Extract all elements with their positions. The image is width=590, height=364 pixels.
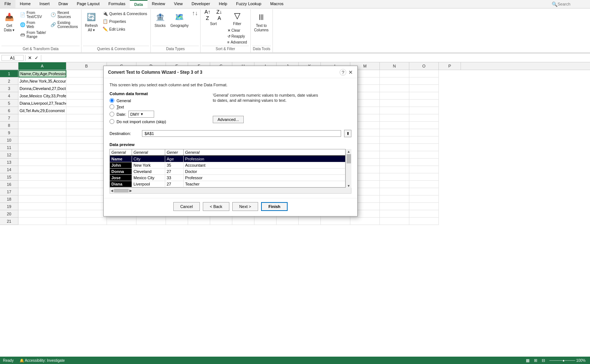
cell-n4[interactable]: [380, 92, 409, 100]
destination-collapse-icon[interactable]: ⬆: [344, 130, 351, 137]
row-header-11[interactable]: 11: [0, 144, 18, 151]
sort-za-button[interactable]: Z↓A: [214, 10, 225, 20]
preview-data-row[interactable]: Name City Age Profession: [110, 156, 345, 162]
normal-view-button[interactable]: ▦: [524, 357, 531, 364]
from-table-range-button[interactable]: 🗃 From Table/Range: [18, 30, 48, 39]
row-header-20[interactable]: 20: [0, 210, 18, 218]
zoom-slider[interactable]: ─────●──── 100%: [548, 358, 587, 363]
cell-o2[interactable]: [409, 77, 439, 85]
hscroll-right-arrow[interactable]: ▶: [129, 189, 132, 193]
row-header-13[interactable]: 13: [0, 159, 18, 166]
clear-button[interactable]: ✕ Clear: [226, 28, 249, 33]
cell-o4[interactable]: [409, 92, 439, 100]
tab-developer[interactable]: Developer: [187, 0, 214, 8]
cell-b1[interactable]: [66, 70, 107, 77]
tab-macros[interactable]: Macros: [266, 0, 288, 8]
preview-data-row[interactable]: John New York 35 Accountant: [110, 162, 345, 169]
cell-a4[interactable]: Jose,Mexico City,33,Professo: [18, 92, 66, 100]
tab-page-layout[interactable]: Page Layout: [72, 0, 104, 8]
preview-data-row[interactable]: Jose Mexico City 33 Professor: [110, 175, 345, 181]
col-header-a[interactable]: A: [18, 62, 66, 70]
tab-data[interactable]: Data: [130, 0, 148, 8]
cell-b3[interactable]: [66, 85, 107, 92]
preview-data-row[interactable]: Diana Liverpool 27 Teacher: [110, 181, 345, 187]
stocks-button[interactable]: 🏦 Stocks: [152, 10, 168, 29]
date-format-dropdown[interactable]: DMY ▾: [128, 111, 154, 118]
tab-draw[interactable]: Draw: [54, 0, 73, 8]
sort-button[interactable]: Sort: [206, 21, 221, 27]
preview-col-header-1[interactable]: General: [110, 149, 132, 155]
cell-o3[interactable]: [409, 85, 439, 92]
preview-data-row[interactable]: Donna Cleveland 27 Doctor: [110, 169, 345, 175]
queries-connections-button[interactable]: 🔌 Queries & Connections: [100, 10, 149, 17]
tab-help[interactable]: Help: [215, 0, 232, 8]
next-button[interactable]: Next >: [232, 202, 258, 211]
row-header-21[interactable]: 21: [0, 218, 18, 225]
cell-a1[interactable]: Name,City,Age,Profession: [18, 70, 66, 77]
cell-o5[interactable]: [409, 100, 439, 107]
tab-review[interactable]: Review: [148, 0, 170, 8]
cell-reference-box[interactable]: [1, 55, 24, 61]
cell-n1[interactable]: [380, 70, 409, 77]
row-header-14[interactable]: 14: [0, 166, 18, 173]
back-button[interactable]: < Back: [203, 202, 229, 211]
cell-b4[interactable]: [66, 92, 107, 100]
row-header-7[interactable]: 7: [0, 114, 18, 122]
row-header-5[interactable]: 5: [0, 100, 18, 107]
row-header-10[interactable]: 10: [0, 136, 18, 144]
tab-formulas[interactable]: Formulas: [104, 0, 130, 8]
filter-button[interactable]: ▽ Filter: [226, 10, 249, 27]
search-input[interactable]: [558, 2, 587, 6]
radio-general-input[interactable]: [110, 98, 114, 103]
col-header-o[interactable]: O: [409, 62, 439, 70]
row-header-19[interactable]: 19: [0, 203, 18, 210]
existing-connections-button[interactable]: 🔗 ExistingConnections: [49, 20, 80, 30]
destination-input[interactable]: [142, 130, 341, 137]
cell-o1[interactable]: [409, 70, 439, 77]
finish-button[interactable]: Finish: [261, 202, 288, 211]
cell-a2[interactable]: John,New York,35,Accountan: [18, 77, 66, 85]
cell-o6[interactable]: [409, 107, 439, 114]
cell-a5[interactable]: Diana,Liverpool,27,Teacher: [18, 100, 66, 107]
radio-text-input[interactable]: [110, 104, 114, 109]
page-break-view-button[interactable]: ⊟: [540, 357, 546, 364]
cell-b2[interactable]: [66, 77, 107, 85]
cell-n2[interactable]: [380, 77, 409, 85]
tab-fuzzy-lookup[interactable]: Fuzzy Lookup: [232, 0, 266, 8]
row-header-4[interactable]: 4: [0, 92, 18, 100]
row-header-2[interactable]: 2: [0, 77, 18, 85]
tab-file[interactable]: File: [0, 0, 15, 8]
row-header-18[interactable]: 18: [0, 195, 18, 203]
row-header-9[interactable]: 9: [0, 129, 18, 136]
preview-vertical-scrollbar[interactable]: ▲ ▼: [346, 149, 351, 188]
hscroll-left-arrow[interactable]: ◀: [111, 189, 113, 193]
preview-col-header-3[interactable]: Gener: [165, 149, 184, 155]
properties-button[interactable]: 📋 Properties: [100, 18, 149, 25]
hscroll-thumb[interactable]: [114, 189, 129, 193]
reapply-button[interactable]: ↺ Reapply: [226, 34, 249, 39]
dialog-help-button[interactable]: ?: [340, 69, 346, 76]
cancel-button[interactable]: Cancel: [173, 202, 200, 211]
preview-horizontal-scrollbar[interactable]: ◀ ▶: [110, 188, 351, 194]
cell-n5[interactable]: [380, 100, 409, 107]
row-header-8[interactable]: 8: [0, 122, 18, 129]
row-header-6[interactable]: 6: [0, 107, 18, 114]
formula-input[interactable]: [43, 55, 589, 60]
col-header-p[interactable]: P: [439, 62, 461, 70]
cell-n6[interactable]: [380, 107, 409, 114]
cell-a3[interactable]: Donna,Cleveland,27,Doctor: [18, 85, 66, 92]
cell-b5[interactable]: [66, 100, 107, 107]
row-header-3[interactable]: 3: [0, 85, 18, 92]
col-header-n[interactable]: N: [380, 62, 409, 70]
from-web-button[interactable]: 🌐 FromWeb: [18, 20, 48, 30]
refresh-all-button[interactable]: 🔄 RefreshAll ▾: [83, 10, 100, 34]
sort-az-button[interactable]: A↑Z: [202, 10, 213, 20]
from-text-csv-button[interactable]: 📄 FromText/CSV: [18, 10, 48, 20]
scroll-up-arrow[interactable]: ▲: [347, 150, 350, 153]
radio-skip-input[interactable]: [110, 119, 114, 124]
advanced-button[interactable]: Advanced...: [213, 116, 244, 123]
cancel-formula-icon[interactable]: ✕: [27, 55, 33, 61]
row-header-15[interactable]: 15: [0, 173, 18, 181]
text-to-columns-button[interactable]: ⫼ Text toColumns: [252, 10, 270, 34]
geography-button[interactable]: 🗺️ Geography: [169, 10, 190, 29]
